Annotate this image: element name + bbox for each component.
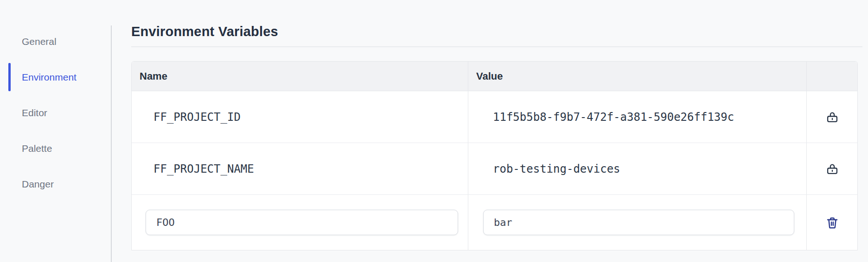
env-var-value: 11f5b5b8-f9b7-472f-a381-590e26ff139c: [468, 91, 807, 143]
active-tab-indicator: [8, 63, 11, 91]
table-row: FF_PROJECT_ID 11f5b5b8-f9b7-472f-a381-59…: [132, 91, 857, 143]
env-var-locked-cell: [807, 91, 857, 143]
sidebar-item-palette[interactable]: Palette: [0, 131, 111, 166]
sidebar-item-label: Danger: [22, 179, 54, 190]
table-row-editable: [132, 195, 857, 250]
env-var-actions-cell: [807, 195, 857, 250]
sidebar-item-label: Palette: [22, 143, 52, 154]
main-content: Environment Variables Name Value FF_PROJ…: [131, 0, 862, 250]
env-var-value: rob-testing-devices: [468, 143, 807, 194]
sidebar-item-general[interactable]: General: [0, 24, 111, 59]
sidebar-item-danger[interactable]: Danger: [0, 166, 111, 202]
env-var-locked-cell: [807, 143, 857, 194]
lock-icon: [826, 110, 839, 124]
lock-icon: [826, 162, 839, 176]
table-header-row: Name Value: [132, 62, 857, 91]
page-title: Environment Variables: [131, 24, 862, 47]
env-value-cell: [468, 195, 807, 250]
env-var-name: FF_PROJECT_ID: [132, 91, 468, 143]
environment-variables-table: Name Value FF_PROJECT_ID 11f5b5b8-f9b7-4…: [131, 61, 858, 250]
table-row: FF_PROJECT_NAME rob-testing-devices: [132, 143, 857, 195]
env-value-input[interactable]: [483, 210, 794, 235]
env-var-name: FF_PROJECT_NAME: [132, 143, 468, 194]
column-header-name: Name: [132, 62, 468, 91]
sidebar-item-label: General: [22, 36, 57, 47]
sidebar-item-editor[interactable]: Editor: [0, 95, 111, 131]
delete-row-button[interactable]: [823, 213, 841, 232]
env-name-input[interactable]: [146, 210, 458, 235]
trash-icon: [825, 215, 839, 230]
sidebar-divider: [111, 25, 112, 262]
column-header-value: Value: [468, 62, 807, 91]
sidebar-item-environment[interactable]: Environment: [0, 59, 111, 95]
sidebar-item-label: Editor: [22, 107, 47, 119]
settings-sidebar: General Environment Editor Palette Dange…: [0, 24, 111, 202]
sidebar-item-label: Environment: [22, 72, 77, 83]
env-name-cell: [132, 195, 468, 250]
column-header-actions: [807, 62, 857, 91]
